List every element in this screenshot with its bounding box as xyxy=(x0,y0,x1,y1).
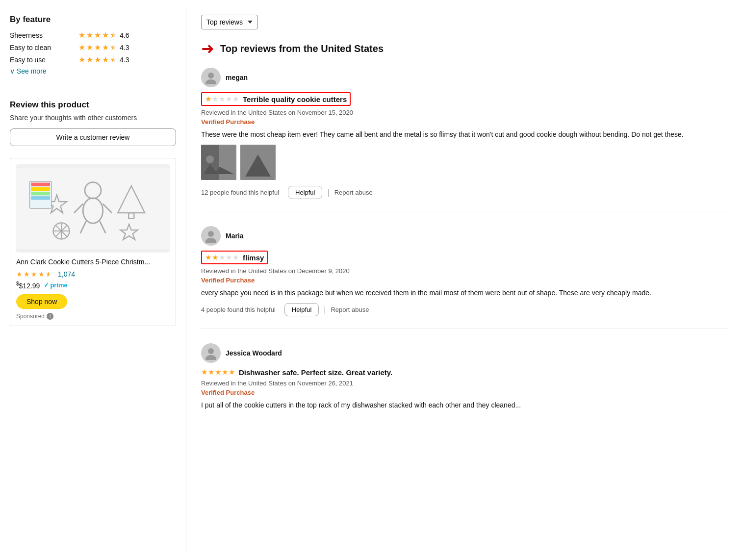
helpful-button-megan[interactable]: Helpful xyxy=(288,186,322,199)
review-title-row-maria: ★ ★ ★ ★ ★ flimsy xyxy=(201,251,268,264)
feature-sheerness: Sheerness ★ ★ ★ ★ ★ 4.6 xyxy=(10,30,176,40)
ad-price-row: $$12.99 ✓ prime xyxy=(16,281,170,290)
feature-label-easy-to-clean: Easy to clean xyxy=(10,44,78,51)
svg-point-31 xyxy=(208,348,214,354)
reviewer-row-jessica: Jessica Woodard xyxy=(201,343,728,363)
reviewer-row-maria: Maria xyxy=(201,226,728,246)
review-date-maria: Reviewed in the United States on Decembe… xyxy=(201,267,728,275)
helpful-count-megan: 12 people found this helpful xyxy=(201,189,279,196)
helpful-row-maria: 4 people found this helpful Helpful | Re… xyxy=(201,303,728,316)
prime-check-icon: ✓ xyxy=(44,281,49,289)
ad-price-value: $12.99 xyxy=(19,281,40,289)
ad-rating-count[interactable]: 1,074 xyxy=(58,270,75,278)
see-more-link[interactable]: ∨ See more xyxy=(10,67,176,75)
helpful-button-maria[interactable]: Helpful xyxy=(284,303,319,316)
feature-easy-to-use: Easy to use ★ ★ ★ ★ ★ 4.3 xyxy=(10,55,176,64)
avatar-megan xyxy=(201,68,221,87)
sponsored-text: Sponsored xyxy=(16,313,45,320)
ad-image xyxy=(16,164,170,253)
by-feature-title: By feature xyxy=(10,15,176,25)
review-stars-maria: ★ ★ ★ ★ ★ xyxy=(205,253,239,262)
reviewer-name-jessica: Jessica Woodard xyxy=(226,349,282,357)
review-img-1 xyxy=(201,145,236,180)
review-title-megan: Terrible quality cookie cutters xyxy=(243,95,347,103)
rating-sheerness: 4.6 xyxy=(120,31,129,39)
verified-megan: Verified Purchase xyxy=(201,118,728,126)
ad-title: Ann Clark Cookie Cutters 5-Piece Christm… xyxy=(16,257,170,267)
review-body-megan: These were the most cheap item ever! The… xyxy=(201,129,728,140)
rating-easy-to-clean: 4.3 xyxy=(120,44,129,51)
svg-rect-17 xyxy=(31,183,50,186)
rating-easy-to-use: 4.3 xyxy=(120,56,129,64)
report-abuse-megan[interactable]: Report abuse xyxy=(334,189,373,196)
review-title-jessica: Dishwasher safe. Perfect size. Great var… xyxy=(239,368,392,377)
sponsored-row: Sponsored i xyxy=(16,313,170,320)
review-card-maria: Maria ★ ★ ★ ★ ★ flimsy Reviewed in the U… xyxy=(201,226,728,329)
red-arrow-icon: ➜ xyxy=(201,39,214,58)
review-img-2 xyxy=(240,145,276,180)
feature-label-sheerness: Sheerness xyxy=(10,31,78,39)
avatar-maria xyxy=(201,226,221,246)
feature-label-easy-to-use: Easy to use xyxy=(10,56,78,64)
svg-point-29 xyxy=(208,231,214,237)
stars-easy-to-clean: ★ ★ ★ ★ ★ xyxy=(78,43,117,52)
review-section-title: Review this product xyxy=(10,100,176,110)
review-card-jessica: Jessica Woodard ★ ★ ★ ★ ★ Dishwasher saf… xyxy=(201,343,728,427)
helpful-count-maria: 4 people found this helpful xyxy=(201,306,276,313)
helpful-row-megan: 12 people found this helpful Helpful | R… xyxy=(201,186,728,199)
svg-point-30 xyxy=(205,238,216,243)
svg-rect-20 xyxy=(31,196,50,200)
reviewer-row-megan: megan xyxy=(201,68,728,87)
write-review-button[interactable]: Write a customer review xyxy=(10,128,176,146)
svg-rect-19 xyxy=(31,192,50,195)
ad-stars: ★ ★ ★ ★ ★ xyxy=(16,270,52,278)
reviewer-name-maria: Maria xyxy=(226,232,244,240)
top-bar: Top reviews Most recent xyxy=(201,15,728,29)
review-title-maria: flimsy xyxy=(243,254,264,262)
feature-easy-to-clean: Easy to clean ★ ★ ★ ★ ★ 4.3 xyxy=(10,43,176,52)
report-abuse-maria[interactable]: Report abuse xyxy=(331,306,369,313)
section-title: Top reviews from the United States xyxy=(220,43,384,54)
divider-maria: | xyxy=(324,305,326,314)
review-stars-jessica: ★ ★ ★ ★ ★ xyxy=(201,368,235,377)
svg-rect-18 xyxy=(31,187,50,191)
review-this-product-section: Review this product Share your thoughts … xyxy=(10,90,176,146)
review-date-jessica: Reviewed in the United States on Novembe… xyxy=(201,380,728,387)
review-body-jessica: I put all of the cookie cutters in the t… xyxy=(201,400,728,410)
review-title-row-megan: ★ ★ ★ ★ ★ Terrible quality cookie cutter… xyxy=(201,92,351,106)
svg-point-21 xyxy=(208,73,214,78)
shop-now-button[interactable]: Shop now xyxy=(16,294,67,309)
review-date-megan: Reviewed in the United States on Novembe… xyxy=(201,109,728,116)
review-stars-megan: ★ ★ ★ ★ ★ xyxy=(205,95,239,103)
stars-easy-to-use: ★ ★ ★ ★ ★ xyxy=(78,55,117,64)
review-card: megan ★ ★ ★ ★ ★ Terrible quality cookie … xyxy=(201,68,728,211)
prime-badge: ✓ prime xyxy=(44,281,67,289)
svg-point-22 xyxy=(205,79,216,84)
ad-price: $$12.99 xyxy=(16,281,40,290)
reviewer-name-megan: megan xyxy=(226,74,248,81)
divider: | xyxy=(327,188,329,197)
review-body-maria: every shape you need is in this package … xyxy=(201,288,728,298)
info-icon[interactable]: i xyxy=(47,313,53,320)
verified-jessica: Verified Purchase xyxy=(201,389,728,396)
svg-point-25 xyxy=(206,155,214,163)
sort-dropdown[interactable]: Top reviews Most recent xyxy=(201,15,258,29)
main-content: Top reviews Most recent ➜ Top reviews fr… xyxy=(186,10,743,550)
stars-sheerness: ★ ★ ★ ★ ★ xyxy=(78,30,117,40)
review-images-megan xyxy=(201,145,728,180)
review-section-subtitle: Share your thoughts with other customers xyxy=(10,114,176,122)
svg-point-32 xyxy=(205,355,216,360)
section-header: ➜ Top reviews from the United States xyxy=(201,39,728,58)
avatar-jessica xyxy=(201,343,221,363)
review-title-row-jessica: ★ ★ ★ ★ ★ Dishwasher safe. Perfect size.… xyxy=(201,368,392,377)
prime-text: prime xyxy=(50,281,67,289)
verified-maria: Verified Purchase xyxy=(201,277,728,284)
ad-box: Ann Clark Cookie Cutters 5-Piece Christm… xyxy=(10,158,176,326)
ad-rating-row: ★ ★ ★ ★ ★ 1,074 xyxy=(16,270,170,278)
